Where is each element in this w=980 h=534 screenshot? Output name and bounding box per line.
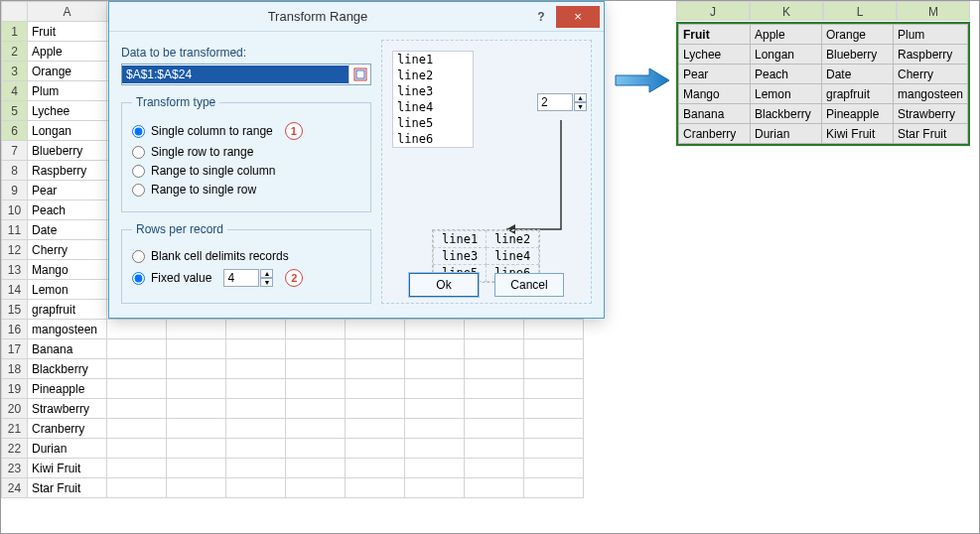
row-header[interactable]: 12 xyxy=(2,240,28,260)
cell[interactable] xyxy=(405,478,465,498)
cell[interactable] xyxy=(167,419,226,439)
row-header[interactable]: 9 xyxy=(2,181,28,200)
cell[interactable] xyxy=(524,419,584,439)
cell[interactable] xyxy=(226,339,286,359)
row-header[interactable]: 17 xyxy=(2,339,28,359)
row-header[interactable]: 18 xyxy=(2,359,28,379)
row-header[interactable]: 19 xyxy=(2,379,28,399)
cell[interactable] xyxy=(286,439,346,459)
label-single-col[interactable]: Single column to range xyxy=(151,124,273,138)
cell[interactable] xyxy=(226,399,286,419)
result-cell[interactable]: Cherry xyxy=(894,65,968,84)
row-header[interactable]: 14 xyxy=(2,280,28,300)
cell[interactable]: Blackberry xyxy=(28,359,107,379)
cell[interactable]: Durian xyxy=(28,439,107,459)
cell[interactable] xyxy=(226,359,286,379)
cell[interactable] xyxy=(524,359,584,379)
result-cell[interactable]: Blueberry xyxy=(822,45,894,65)
cell[interactable] xyxy=(167,459,226,478)
row-header[interactable]: 20 xyxy=(2,399,28,419)
cell[interactable] xyxy=(346,439,405,459)
cell[interactable] xyxy=(346,419,405,439)
cell[interactable] xyxy=(346,478,405,498)
help-button[interactable]: ? xyxy=(526,6,556,28)
cell[interactable] xyxy=(107,439,167,459)
cell[interactable]: Lemon xyxy=(28,280,107,300)
label-fixed-value[interactable]: Fixed value xyxy=(151,271,211,285)
radio-range-col[interactable] xyxy=(132,165,145,178)
col-header[interactable]: K xyxy=(750,1,823,21)
cell[interactable]: Plum xyxy=(28,81,107,101)
result-cell[interactable]: mangosteen xyxy=(894,84,968,104)
cell[interactable] xyxy=(286,320,346,339)
cell[interactable] xyxy=(465,459,524,478)
radio-single-row[interactable] xyxy=(132,146,145,159)
row-header[interactable]: 16 xyxy=(2,320,28,339)
cell[interactable]: Banana xyxy=(28,339,107,359)
col-header[interactable]: A xyxy=(28,2,107,22)
cell[interactable] xyxy=(107,478,167,498)
result-cell[interactable]: Date xyxy=(822,65,894,84)
cell[interactable] xyxy=(405,439,465,459)
cell[interactable] xyxy=(167,478,226,498)
cell[interactable] xyxy=(465,478,524,498)
row-header[interactable]: 6 xyxy=(2,121,28,141)
row-header[interactable]: 11 xyxy=(2,220,28,240)
cell[interactable]: Apple xyxy=(28,42,107,62)
cell[interactable] xyxy=(286,419,346,439)
cell[interactable] xyxy=(286,339,346,359)
cell[interactable] xyxy=(465,439,524,459)
cell[interactable] xyxy=(465,359,524,379)
radio-range-row[interactable] xyxy=(132,184,145,197)
cell[interactable] xyxy=(286,399,346,419)
cell[interactable] xyxy=(107,359,167,379)
row-header[interactable]: 13 xyxy=(2,260,28,280)
label-range-col[interactable]: Range to single column xyxy=(151,164,275,178)
cell[interactable] xyxy=(524,439,584,459)
result-cell[interactable]: Lemon xyxy=(751,84,822,104)
row-header[interactable]: 8 xyxy=(2,161,28,181)
cell[interactable] xyxy=(405,419,465,439)
close-button[interactable]: × xyxy=(556,6,600,28)
cell[interactable] xyxy=(405,339,465,359)
cell[interactable]: Peach xyxy=(28,200,107,220)
result-cell[interactable]: Kiwi Fruit xyxy=(822,124,894,144)
cell[interactable] xyxy=(167,379,226,399)
cancel-button[interactable]: Cancel xyxy=(494,273,564,297)
cell[interactable] xyxy=(226,439,286,459)
cell[interactable] xyxy=(405,459,465,478)
result-cell[interactable]: Peach xyxy=(751,65,822,84)
row-header[interactable]: 1 xyxy=(2,22,28,42)
result-cell[interactable]: grapfruit xyxy=(822,84,894,104)
cell[interactable]: Kiwi Fruit xyxy=(28,459,107,478)
cell[interactable] xyxy=(524,478,584,498)
cell[interactable]: Cranberry xyxy=(28,419,107,439)
cell[interactable] xyxy=(286,359,346,379)
cell[interactable] xyxy=(226,320,286,339)
cell[interactable] xyxy=(226,459,286,478)
cell[interactable]: Fruit xyxy=(28,22,107,42)
cell[interactable] xyxy=(286,478,346,498)
cell[interactable] xyxy=(107,339,167,359)
cell[interactable] xyxy=(524,399,584,419)
cell[interactable] xyxy=(167,439,226,459)
ok-button[interactable]: Ok xyxy=(409,273,479,297)
cell[interactable] xyxy=(524,339,584,359)
result-cell[interactable]: Orange xyxy=(822,25,894,45)
cell[interactable]: Blueberry xyxy=(28,141,107,161)
cell[interactable]: Cherry xyxy=(28,240,107,260)
cell[interactable]: Raspberry xyxy=(28,161,107,181)
cell[interactable]: Star Fruit xyxy=(28,478,107,498)
radio-fixed-value[interactable] xyxy=(132,272,145,285)
cell[interactable] xyxy=(286,379,346,399)
result-cell[interactable]: Pineapple xyxy=(822,104,894,124)
result-cell[interactable]: Blackberry xyxy=(751,104,822,124)
result-cell[interactable]: Banana xyxy=(679,104,751,124)
cell[interactable]: Orange xyxy=(28,62,107,81)
cell[interactable] xyxy=(405,359,465,379)
cell[interactable]: Date xyxy=(28,220,107,240)
row-header[interactable]: 7 xyxy=(2,141,28,161)
result-cell[interactable]: Plum xyxy=(894,25,968,45)
cell[interactable] xyxy=(167,359,226,379)
cell[interactable] xyxy=(167,399,226,419)
